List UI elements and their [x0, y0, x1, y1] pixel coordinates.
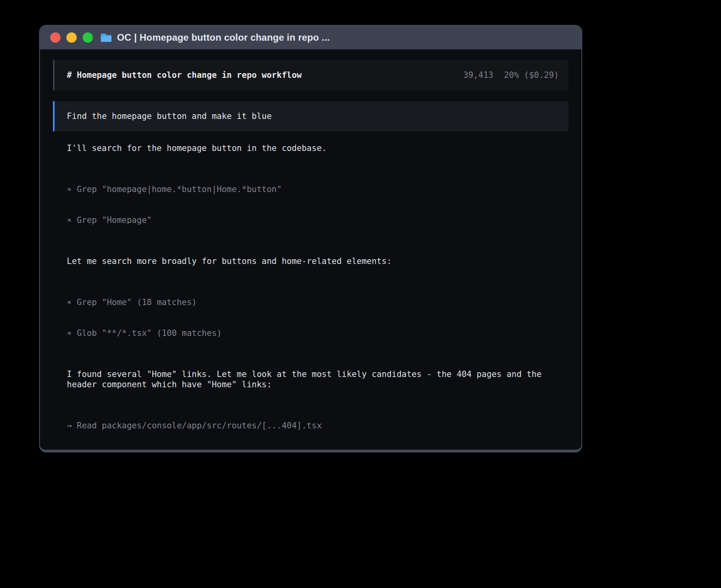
tool-call-group: ∗ Grep "homepage|home.*button|Home.*butt… — [67, 164, 568, 246]
session-stats: 39,413 20% ($0.29) — [463, 70, 559, 80]
assistant-text: I found several "Home" links. Let me loo… — [67, 369, 568, 390]
session-title: # Homepage button color change in repo w… — [67, 70, 302, 80]
tool-call-read: → Read packages/console/app/src/componen… — [67, 451, 568, 452]
tool-call-grep: ∗ Grep "homepage|home.*button|Home.*butt… — [67, 184, 568, 194]
titlebar[interactable]: OC | Homepage button color change in rep… — [40, 26, 581, 49]
tool-call-glob: ∗ Glob "**/*.tsx" (100 matches) — [67, 328, 568, 338]
assistant-transcript: I'll search for the homepage button in t… — [53, 131, 568, 452]
minimize-button[interactable] — [66, 32, 77, 43]
window-title: OC | Homepage button color change in rep… — [117, 32, 330, 43]
zoom-button[interactable] — [83, 32, 93, 43]
traffic-lights — [50, 32, 93, 43]
session-header: # Homepage button color change in repo w… — [53, 60, 568, 90]
assistant-text: I'll search for the homepage button in t… — [67, 143, 568, 153]
assistant-text: Let me search more broadly for buttons a… — [67, 256, 568, 266]
terminal-content: # Homepage button color change in repo w… — [40, 49, 581, 452]
close-button[interactable] — [50, 32, 60, 43]
tool-call-group: ∗ Grep "Home" (18 matches) ∗ Glob "**/*.… — [67, 277, 568, 359]
tool-call-group: → Read packages/console/app/src/routes/[… — [67, 400, 568, 452]
token-count: 39,413 — [463, 70, 493, 80]
folder-icon — [100, 33, 112, 43]
user-message: Find the homepage button and make it blu… — [53, 101, 568, 131]
context-usage: 20% ($0.29) — [504, 70, 559, 80]
tool-call-grep: ∗ Grep "Homepage" — [67, 215, 568, 225]
terminal-window: OC | Homepage button color change in rep… — [39, 25, 582, 452]
tool-call-grep: ∗ Grep "Home" (18 matches) — [67, 297, 568, 307]
tool-call-read: → Read packages/console/app/src/routes/[… — [67, 420, 568, 431]
user-message-text: Find the homepage button and make it blu… — [67, 111, 272, 121]
